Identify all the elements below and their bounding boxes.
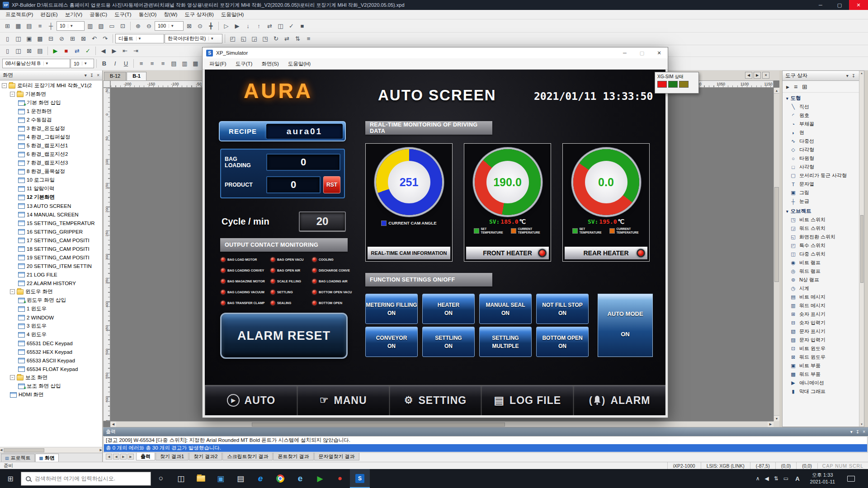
zoom-in-icon[interactable]: ⊕ [133, 21, 143, 31]
tree-item[interactable]: − 4 환경_그립퍼설정 [0, 133, 102, 141]
order-icon[interactable]: ≡ [303, 34, 314, 44]
toolbox-object-item[interactable]: ▨ 문자 입력기 [783, 336, 864, 344]
sim-close-button[interactable]: ✕ [651, 47, 668, 58]
function-toggle-button[interactable]: SETTLING MULTIPLE [479, 327, 532, 357]
taskbar-clock[interactable]: 오후 1:33 2021-01-11 [807, 472, 839, 485]
expander-icon[interactable]: − [10, 92, 15, 97]
function-toggle-button[interactable]: BOTTOM OPEN ON [536, 327, 589, 357]
output-tab[interactable]: 스크립트찾기 결과 [222, 453, 273, 460]
flip-h-icon[interactable]: ⇄ [282, 34, 292, 44]
edge-icon[interactable]: e [250, 469, 270, 488]
screen-new-icon[interactable]: ▯ [2, 46, 13, 56]
toolbox-menu-icon[interactable]: ▾ [846, 73, 849, 78]
output-tab[interactable]: 폰트찾기 결과 [273, 453, 313, 460]
tree-hscrollbar[interactable]: ◀▶ [0, 447, 102, 453]
send-back-icon[interactable]: ◳ [260, 34, 270, 44]
tree-item[interactable]: − 4 윈도우 [0, 330, 102, 339]
save-all-icon[interactable]: ▩ [35, 34, 45, 44]
canvas-tab[interactable]: B-1 [127, 72, 146, 80]
grid-style-icon[interactable]: ▤ [24, 21, 34, 31]
object-snap-icon[interactable]: ┼ [46, 21, 56, 31]
tree-item[interactable]: − 14 MANUAL SCREEN [0, 210, 102, 219]
tree-item[interactable]: − 기본 화면 삽입 [0, 99, 102, 107]
tree-item[interactable]: − 7 환경_캠포지션3 [0, 159, 102, 167]
tree-item[interactable]: − 21 LOG FILE [0, 270, 102, 279]
monitor-icon[interactable]: ◫ [275, 21, 286, 31]
first-screen-icon[interactable]: ⇤ [120, 46, 130, 56]
toolbox-object-item[interactable]: ◎ 워드 램프 [783, 267, 864, 276]
toolbox-shape-item[interactable]: ◔ 부채꼴 [783, 120, 864, 128]
tree-item[interactable]: − 3 윈도우 [0, 322, 102, 330]
copy-icon[interactable]: ⊞ [67, 34, 78, 44]
chevron-up-icon[interactable]: ∧ [756, 475, 760, 482]
function-toggle-button[interactable]: NOT FILL STOP ON [536, 294, 589, 324]
toolbox-object-item[interactable]: ◷ 시계 [783, 284, 864, 293]
page-area-icon[interactable]: ⊡ [118, 21, 128, 31]
zoom-out-icon[interactable]: ⊖ [144, 21, 154, 31]
redo-icon[interactable]: ↷ [100, 34, 110, 44]
left-panel-tab[interactable]: 프로젝트 [1, 454, 35, 462]
nav-button[interactable]: ⚙ SETTING [389, 385, 481, 415]
tree-item[interactable]: − 15 SETTING_TEMPERATUR [0, 219, 102, 227]
function-toggle-button[interactable]: METERING FILLING ON [365, 294, 418, 324]
ime-indicator[interactable]: A [793, 475, 801, 482]
nav-button[interactable]: ☞ MANU [297, 385, 389, 415]
tree-item[interactable]: − 16 SETTING_GRIPPER [0, 227, 102, 236]
print-icon[interactable]: ⊟ [46, 34, 56, 44]
valign-top-icon[interactable]: ▤ [169, 59, 179, 69]
bring-front-icon[interactable]: ◲ [249, 34, 259, 44]
screen-properties-icon[interactable]: ▤ [35, 46, 45, 56]
rst-button[interactable]: RST [323, 176, 340, 193]
prev-screen-icon[interactable]: ◀ [98, 46, 108, 56]
shape-style-combo[interactable]: 디폴트▼ [115, 34, 164, 43]
download-icon[interactable]: ↓ [243, 21, 253, 31]
window-add-icon[interactable]: ⊞ [802, 83, 807, 90]
tree-item[interactable]: − 65534 FLOAT Keypad [0, 365, 102, 373]
align-left-icon[interactable]: ≡ [136, 59, 146, 69]
cut-icon[interactable]: ⊘ [57, 34, 67, 44]
select-tool-icon[interactable]: ▸ [786, 83, 789, 90]
toolbox-shape-item[interactable]: T 문자열 [783, 180, 864, 188]
expander-icon[interactable]: − [10, 289, 15, 294]
tree-item[interactable]: − 3 환경_온도설정 [0, 124, 102, 133]
product-value[interactable]: 0 [266, 176, 321, 193]
valign-middle-icon[interactable]: ▥ [179, 59, 190, 69]
new-project-icon[interactable]: ▯ [2, 34, 13, 44]
tab-prev-icon[interactable]: ◀ [745, 72, 752, 79]
stop-icon[interactable]: ■ [297, 21, 307, 31]
speaker-icon[interactable]: ◀ [765, 475, 769, 482]
last-screen-icon[interactable]: ⇥ [131, 46, 141, 56]
align-center-icon[interactable]: ≡ [147, 59, 157, 69]
transfer-icon[interactable]: ⇄ [264, 21, 275, 31]
maximize-button[interactable]: ▢ [830, 0, 849, 10]
tree-item[interactable]: − 윈도우 화면 삽입 [0, 296, 102, 305]
tree-item[interactable]: − HDMI 화면 [0, 390, 102, 399]
menu-item[interactable]: 공통(C) [86, 10, 111, 19]
tab-close-icon[interactable]: ✕ [762, 72, 769, 79]
tree-item[interactable]: − 65532 HEX Keypad [0, 347, 102, 356]
toolbox-object-item[interactable]: ⊡ 비트 윈도우 [783, 344, 864, 353]
sim-minimize-button[interactable]: ─ [616, 47, 633, 58]
align-right-icon[interactable]: ≡ [158, 59, 168, 69]
show-grid-icon[interactable]: ▦ [13, 21, 24, 31]
next-screen-icon[interactable]: ▶ [109, 46, 119, 56]
toolbox-object-item[interactable]: ▶ 애니메이션 [783, 379, 864, 387]
toolbox-shape-item[interactable]: ▣ 그림 [783, 188, 864, 197]
toolbox-object-item[interactable]: ▧ 문자 표시기 [783, 327, 864, 336]
minimize-button[interactable]: ─ [811, 0, 830, 10]
grid-size-combo[interactable]: 10▼ [57, 21, 85, 31]
build-check-icon[interactable]: ✓ [83, 46, 93, 56]
menu-item[interactable]: 창(W) [160, 10, 181, 19]
menu-item[interactable]: 편집(E) [37, 10, 61, 19]
menu-item[interactable]: 보기(V) [61, 10, 86, 19]
menu-item[interactable]: 도움말(H) [217, 10, 247, 19]
zoom-combo[interactable]: 100▼ [155, 21, 184, 31]
heater-led-icon[interactable] [637, 249, 645, 258]
flip-v-icon[interactable]: ⇅ [292, 34, 303, 44]
tree-item[interactable]: − 13 AUTO SCREEN [0, 202, 102, 210]
tree-item[interactable]: − 로터리 포장기계 MHI 작화_V1(2 [0, 81, 102, 90]
tree-item[interactable]: − 65531 DEC Keypad [0, 339, 102, 347]
tab-scroll-arrows[interactable]: ◀◀▶▶ [104, 453, 136, 460]
output-pin-icon[interactable]: ↧ [856, 429, 859, 434]
menu-item[interactable]: 도구 상자(B) [181, 10, 217, 19]
